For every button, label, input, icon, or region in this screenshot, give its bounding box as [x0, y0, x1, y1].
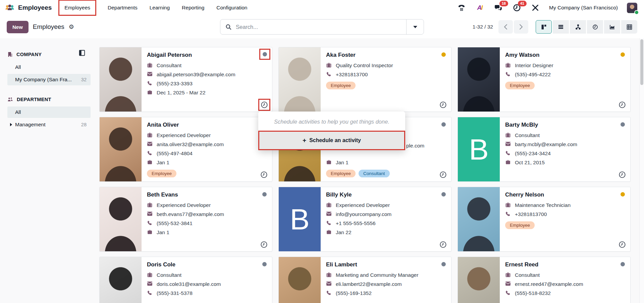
search-icon	[225, 24, 231, 30]
employee-card[interactable]: Ernest ReedConsultanternest.reed47@examp…	[458, 257, 631, 303]
employee-name[interactable]: Cherry Nelson	[505, 191, 625, 199]
employee-name[interactable]: Abigail Peterson	[147, 52, 266, 59]
view-list-button[interactable]	[553, 20, 569, 34]
app-title[interactable]: Employees	[18, 4, 52, 11]
view-pivot-button[interactable]	[621, 20, 637, 34]
activity-clock-icon[interactable]	[619, 171, 626, 178]
employee-card[interactable]: Doris ColeConsultantdoris.cole31@example…	[99, 257, 272, 303]
briefcase-icon	[326, 202, 332, 208]
status-dot-wrap[interactable]	[441, 52, 446, 57]
employee-card[interactable]: BBarty McBlyConsultantbarty.mcbly@exampl…	[458, 117, 631, 182]
briefcase-icon	[505, 62, 511, 68]
menu-learning[interactable]: Learning	[150, 5, 170, 11]
menu-employees[interactable]: Employees	[58, 0, 96, 16]
search-input[interactable]	[235, 24, 401, 31]
search-options-toggle[interactable]	[406, 19, 424, 34]
status-dot[interactable]	[441, 192, 446, 197]
employee-fields: Marketing and Community Managereli.lambe…	[326, 270, 445, 298]
status-dot[interactable]	[621, 192, 625, 197]
phone-icon[interactable]	[457, 3, 466, 12]
chat-icon[interactable]: 18	[494, 3, 503, 12]
filter-department-management[interactable]: Management28	[7, 119, 91, 130]
menu-reporting[interactable]: Reporting	[182, 5, 204, 11]
employee-card[interactable]: Beth EvansExperienced Developerbeth.evan…	[99, 187, 272, 252]
status-dot[interactable]	[441, 52, 446, 57]
employee-card[interactable]: Aka FosterQuality Control Inspector+3281…	[278, 47, 451, 112]
employee-name[interactable]: Eli Lambert	[326, 261, 445, 269]
employee-name[interactable]: Aka Foster	[326, 52, 445, 59]
employee-name[interactable]: Beth Evans	[147, 191, 266, 199]
pager-next-button[interactable]	[514, 20, 528, 34]
activity-clock-icon[interactable]	[619, 241, 626, 248]
employee-card[interactable]: Amy WatsonInterior Designer(535)-495-422…	[458, 47, 631, 112]
user-avatar[interactable]	[627, 3, 637, 13]
filter-company-mycompany[interactable]: My Company (San Fra...32	[7, 74, 91, 85]
tools-icon[interactable]	[531, 3, 540, 12]
activity-clock-icon[interactable]	[260, 171, 268, 178]
status-dot-wrap[interactable]	[441, 122, 446, 127]
status-dot-wrap[interactable]	[441, 262, 446, 266]
status-dot-wrap[interactable]	[262, 192, 267, 197]
activity-clock-icon[interactable]	[439, 101, 447, 109]
status-dot[interactable]	[263, 52, 267, 56]
employee-card[interactable]: Cherry NelsonMaintenance Technician+3281…	[458, 187, 631, 252]
vertical-scrollbar[interactable]	[639, 38, 644, 303]
status-dot-wrap[interactable]	[621, 52, 625, 57]
menu-configuration[interactable]: Configuration	[216, 5, 247, 11]
expand-caret-icon[interactable]	[10, 123, 12, 126]
panel-toggle-icon[interactable]	[79, 50, 85, 57]
employees-app-icon[interactable]	[5, 3, 15, 13]
view-graph-button[interactable]	[604, 20, 620, 34]
tag-list: Employee	[147, 170, 266, 177]
activity-tray-icon[interactable]: 41	[512, 3, 522, 12]
view-kanban-button[interactable]	[536, 20, 552, 34]
employee-card[interactable]: BBilly KyleExperienced Developerinfo@you…	[278, 187, 451, 252]
gear-icon[interactable]: ⚙	[69, 23, 74, 31]
scrollbar-thumb[interactable]	[640, 39, 643, 85]
employee-card[interactable]: Anita OliverExperienced Developeranita.o…	[99, 117, 272, 182]
activity-clock-icon[interactable]	[439, 241, 447, 248]
employee-card[interactable]: Abigail PetersonConsultantabigail.peters…	[99, 47, 272, 112]
activity-clock-icon[interactable]	[439, 171, 447, 178]
field-phone-value: (555)-497-4804	[157, 150, 193, 157]
pager-previous-button[interactable]	[498, 20, 513, 34]
status-dot[interactable]	[262, 192, 267, 197]
tutorial-highlight-box: + Schedule an activity	[258, 131, 405, 150]
menu-departments[interactable]: Departments	[108, 5, 138, 11]
employee-name[interactable]: Doris Cole	[147, 261, 266, 269]
briefcase-icon	[326, 62, 332, 68]
employee-name[interactable]: Ernest Reed	[505, 261, 625, 269]
status-dot[interactable]	[441, 262, 446, 266]
phone-icon	[326, 290, 332, 296]
view-activity-button[interactable]	[587, 20, 603, 34]
activity-clock-icon[interactable]	[258, 99, 270, 111]
new-button[interactable]: New	[7, 21, 29, 33]
filter-department-all[interactable]: All	[7, 106, 91, 118]
status-dot[interactable]	[262, 262, 267, 266]
filter-company-all[interactable]: All	[7, 61, 91, 73]
employee-name[interactable]: Amy Watson	[505, 52, 625, 59]
status-dot[interactable]	[441, 122, 446, 127]
ai-icon[interactable]: AI	[475, 3, 485, 12]
employee-name[interactable]: Billy Kyle	[326, 191, 445, 199]
employee-card[interactable]: Eli LambertMarketing and Community Manag…	[278, 257, 451, 303]
employee-name[interactable]: Barty McBly	[505, 122, 625, 129]
activity-clock-icon[interactable]	[619, 101, 626, 109]
status-dot[interactable]	[621, 52, 625, 57]
view-hierarchy-button[interactable]	[570, 20, 586, 34]
status-dot-wrap[interactable]	[262, 262, 267, 266]
status-dot-highlighted[interactable]	[259, 49, 270, 60]
status-dot-wrap[interactable]	[621, 122, 625, 127]
status-dot-wrap[interactable]	[441, 192, 446, 197]
tag-list: EmployeeConsultant	[326, 170, 445, 177]
company-switcher[interactable]: My Company (San Francisco)	[549, 5, 618, 11]
status-dot-wrap[interactable]	[621, 262, 625, 266]
status-dot[interactable]	[621, 122, 625, 127]
tag-employee: Employee	[505, 82, 535, 89]
employee-photo	[279, 257, 321, 303]
status-dot[interactable]	[621, 262, 625, 266]
activity-clock-icon[interactable]	[260, 241, 268, 248]
employee-name[interactable]: Anita Oliver	[147, 122, 266, 129]
status-dot-wrap[interactable]	[621, 192, 625, 197]
schedule-activity-button[interactable]: + Schedule an activity	[259, 132, 404, 149]
